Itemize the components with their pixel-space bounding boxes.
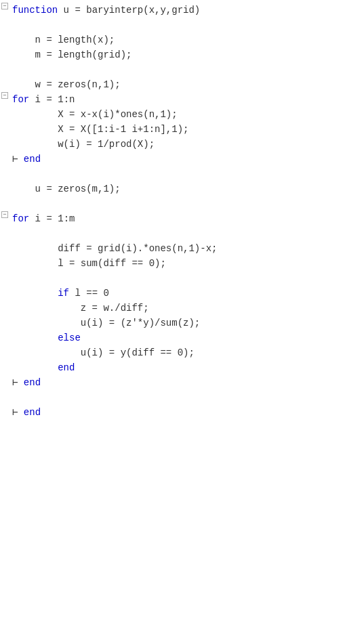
line-content-11: ⊢ end bbox=[9, 152, 41, 167]
line-content-26: ⊢ end bbox=[9, 375, 41, 390]
line-content-12 bbox=[9, 167, 18, 181]
code-line-14 bbox=[0, 196, 364, 211]
code-line-20: if l == 0 bbox=[0, 286, 364, 301]
line-content-10: w(i) = 1/prod(X); bbox=[9, 137, 155, 152]
code-line-6: w = zeros(n,1); bbox=[0, 77, 364, 92]
code-line-2 bbox=[0, 18, 364, 33]
code-line-12 bbox=[0, 167, 364, 181]
code-line-23: else bbox=[0, 330, 364, 345]
line-content-15: for i = 1:m bbox=[9, 211, 75, 226]
line-content-9: X = X([1:i-1 i+1:n],1); bbox=[9, 122, 188, 137]
code-line-9: X = X([1:i-1 i+1:n],1); bbox=[0, 122, 364, 137]
line-content-21: z = w./diff; bbox=[9, 301, 149, 316]
code-line-8: X = x-x(i)*ones(n,1); bbox=[0, 107, 364, 122]
code-line-7: − for i = 1:n bbox=[0, 92, 364, 107]
line-content-20: if l == 0 bbox=[9, 286, 109, 301]
code-line-28: ⊢ end bbox=[0, 405, 364, 420]
code-line-4: m = length(grid); bbox=[0, 47, 364, 62]
line-content-23: else bbox=[9, 330, 81, 345]
code-line-16 bbox=[0, 226, 364, 241]
code-line-24: u(i) = y(diff == 0); bbox=[0, 345, 364, 360]
fold-marker-7[interactable]: − bbox=[0, 92, 9, 99]
code-editor: − function u = baryinterp(x,y,grid) n = … bbox=[0, 0, 364, 644]
line-content-17: diff = grid(i).*ones(n,1)-x; bbox=[9, 241, 217, 256]
line-content-18: l = sum(diff == 0); bbox=[9, 256, 166, 271]
line-content-5 bbox=[9, 62, 18, 77]
code-line-26: ⊢ end bbox=[0, 375, 364, 390]
code-line-11: ⊢ end bbox=[0, 152, 364, 167]
code-line-27 bbox=[0, 390, 364, 405]
line-content-19 bbox=[9, 271, 18, 286]
line-content-14 bbox=[9, 196, 18, 211]
code-line-22: u(i) = (z'*y)/sum(z); bbox=[0, 316, 364, 330]
code-line-15: − for i = 1:m bbox=[0, 211, 364, 226]
code-line-13: u = zeros(m,1); bbox=[0, 181, 364, 196]
line-content-6: w = zeros(n,1); bbox=[9, 77, 121, 92]
line-content-4: m = length(grid); bbox=[9, 47, 132, 62]
code-line-19 bbox=[0, 271, 364, 286]
code-line-5 bbox=[0, 62, 364, 77]
line-content-2 bbox=[9, 18, 18, 33]
line-content-24: u(i) = y(diff == 0); bbox=[9, 345, 195, 360]
line-content-7: for i = 1:n bbox=[9, 92, 75, 107]
line-content-3: n = length(x); bbox=[9, 33, 115, 47]
fold-marker-1[interactable]: − bbox=[0, 3, 9, 9]
code-line-18: l = sum(diff == 0); bbox=[0, 256, 364, 271]
line-content-25: end bbox=[9, 360, 75, 375]
line-content-16 bbox=[9, 226, 18, 241]
code-line-3: n = length(x); bbox=[0, 33, 364, 47]
code-line-10: w(i) = 1/prod(X); bbox=[0, 137, 364, 152]
code-line-21: z = w./diff; bbox=[0, 301, 364, 316]
code-line-25: end bbox=[0, 360, 364, 375]
line-content-13: u = zeros(m,1); bbox=[9, 181, 121, 196]
code-line-1: − function u = baryinterp(x,y,grid) bbox=[0, 3, 364, 18]
code-line-17: diff = grid(i).*ones(n,1)-x; bbox=[0, 241, 364, 256]
line-content-8: X = x-x(i)*ones(n,1); bbox=[9, 107, 178, 122]
line-content-27 bbox=[9, 390, 18, 405]
line-content-1: function u = baryinterp(x,y,grid) bbox=[9, 3, 200, 18]
line-content-22: u(i) = (z'*y)/sum(z); bbox=[9, 316, 200, 330]
line-content-28: ⊢ end bbox=[9, 405, 41, 420]
fold-marker-15[interactable]: − bbox=[0, 211, 9, 218]
